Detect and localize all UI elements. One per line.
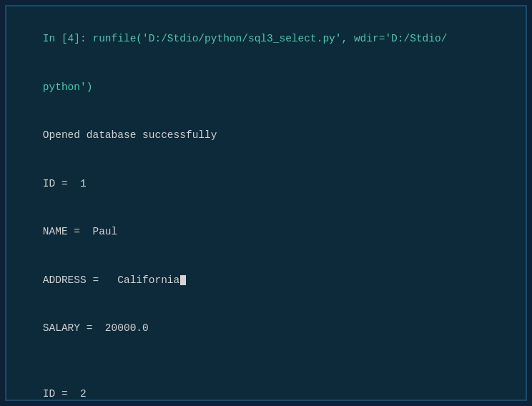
record1-address: ADDRESS = California: [18, 256, 514, 304]
record2-id: ID = 2: [18, 370, 514, 401]
blank-line-1: [18, 352, 514, 370]
opened-db-line: Opened database successfully: [18, 112, 514, 159]
in-label: In [4]: runfile('D:/Stdio/python/sql3_se…: [43, 33, 448, 44]
record1-salary: SALARY = 20000.0: [18, 304, 514, 352]
record1-name: NAME = Paul: [18, 208, 514, 256]
prompt-line-2: python'): [18, 63, 514, 111]
text-cursor: [180, 275, 186, 285]
record1-id: ID = 1: [18, 159, 514, 207]
terminal-window: In [4]: runfile('D:/Stdio/python/sql3_se…: [5, 5, 527, 401]
prompt-line-1: In [4]: runfile('D:/Stdio/python/sql3_se…: [18, 15, 514, 63]
